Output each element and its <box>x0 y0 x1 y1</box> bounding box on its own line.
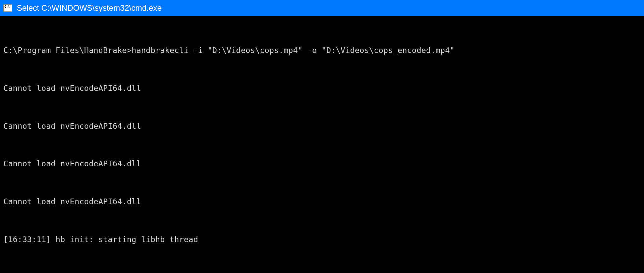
terminal-line: C:\Program Files\HandBrake>handbrakecli … <box>3 44 641 57</box>
terminal-line: Cannot load nvEncodeAPI64.dll <box>3 82 641 95</box>
cmd-icon <box>3 4 12 12</box>
terminal-line: Cannot load nvEncodeAPI64.dll <box>3 157 641 170</box>
terminal-line: [16:33:11] thread 4ac9fc0 started ("libh… <box>3 271 641 273</box>
terminal-line: [16:33:11] hb_init: starting libhb threa… <box>3 233 641 246</box>
terminal-line: Cannot load nvEncodeAPI64.dll <box>3 120 641 132</box>
terminal-output[interactable]: C:\Program Files\HandBrake>handbrakecli … <box>0 16 644 273</box>
titlebar[interactable]: Select C:\WINDOWS\system32\cmd.exe <box>0 0 644 16</box>
window-title: Select C:\WINDOWS\system32\cmd.exe <box>17 3 162 13</box>
terminal-line: Cannot load nvEncodeAPI64.dll <box>3 195 641 208</box>
